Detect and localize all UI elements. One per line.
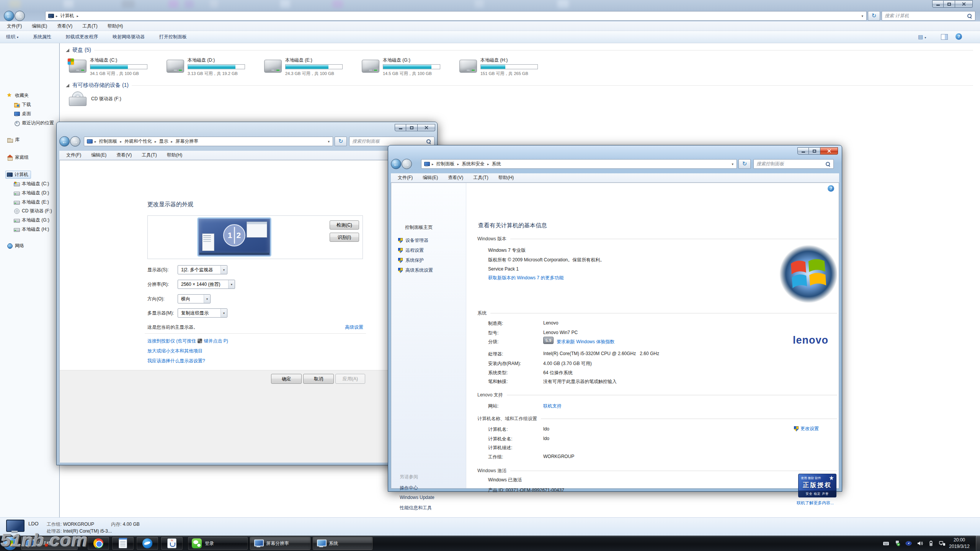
make-text-larger-link[interactable]: 放大或缩小文本和其他项目	[147, 348, 203, 354]
menu-help[interactable]: 帮助(H)	[498, 174, 514, 181]
search-box[interactable]: 搜索控制面板	[753, 159, 834, 169]
map-network-drive-button[interactable]: 映射网络驱动器	[113, 34, 145, 40]
minimize-button[interactable]	[797, 147, 809, 155]
keyboard-icon[interactable]	[883, 540, 889, 546]
preview-pane-button[interactable]	[941, 34, 948, 40]
menu-file[interactable]: 文件(F)	[398, 174, 413, 181]
forward-button[interactable]	[70, 136, 80, 147]
monitor-preview[interactable]: 12	[198, 218, 271, 256]
search-box[interactable]: 搜索 计算机	[882, 11, 975, 21]
close-button[interactable]	[418, 124, 435, 131]
performance-tools-link[interactable]: 性能信息和工具	[400, 505, 432, 511]
menu-file[interactable]: 文件(F)	[66, 152, 81, 158]
collapse-icon[interactable]	[66, 84, 69, 87]
menu-view[interactable]: 查看(V)	[448, 174, 463, 181]
battery-icon[interactable]	[928, 540, 934, 546]
organize-button[interactable]: 组织▾	[6, 34, 18, 40]
forward-button[interactable]	[15, 11, 25, 21]
control-panel-home-link[interactable]: 控制面板主页	[405, 224, 433, 231]
address-bar[interactable]: 计算机	[45, 11, 867, 21]
breadcrumb-system[interactable]: 系统	[491, 161, 502, 167]
group-header-removable[interactable]: 有可移动存储的设备 (1)	[66, 82, 973, 89]
menu-view[interactable]: 查看(V)	[116, 152, 132, 158]
sidebar-item-recent[interactable]: 最近访问的位置	[14, 119, 54, 127]
drive-tile-g[interactable]: 本地磁盘 (G:)14.5 GB 可用，共 100 GB	[362, 57, 457, 80]
breadcrumb-display[interactable]: 显示	[158, 138, 169, 145]
taskbar-button-wechat-login[interactable]: 登录	[188, 536, 248, 550]
sidebar-item-downloads[interactable]: 下载	[14, 101, 31, 109]
menu-edit[interactable]: 编辑(E)	[423, 174, 438, 181]
taskbar-button-resolution[interactable]: 屏幕分辨率	[250, 536, 311, 550]
learn-more-online-link[interactable]: 联机了解更多内容...	[797, 500, 834, 506]
address-bar[interactable]: 控制面板 系统和安全 系统	[421, 159, 737, 169]
menu-edit[interactable]: 编辑(E)	[91, 152, 106, 158]
taskbar-button-chrome[interactable]	[87, 536, 109, 550]
menu-file[interactable]: 文件(F)	[7, 23, 22, 29]
restore-button[interactable]	[944, 0, 955, 8]
advanced-settings-link[interactable]: 高级系统设置	[398, 267, 433, 274]
sidebar-item-homegroup[interactable]: 家庭组	[7, 153, 29, 161]
sidebar-item-disk-h[interactable]: 本地磁盘 (H:)	[14, 225, 49, 233]
menu-view[interactable]: 查看(V)	[57, 23, 72, 29]
drive-tile-d[interactable]: 本地磁盘 (D:)3.13 GB 可用，共 19.2 GB	[167, 57, 262, 80]
breadcrumb-computer[interactable]: 计算机	[60, 13, 75, 19]
cd-drive-tile[interactable]: CD 驱动器 (F:)	[69, 91, 121, 106]
close-button[interactable]	[820, 147, 838, 155]
get-more-features-link[interactable]: 获取新版本的 Windows 7 的更多功能	[488, 275, 564, 281]
drive-tile-e[interactable]: 本地磁盘 (E:)24.3 GB 可用，共 100 GB	[264, 57, 360, 80]
system-properties-button[interactable]: 系统属性	[33, 34, 51, 40]
volume-icon[interactable]	[917, 540, 923, 546]
remote-settings-link[interactable]: 远程设置	[398, 247, 424, 254]
system-protection-link[interactable]: 系统保护	[398, 257, 424, 264]
breadcrumb-control-panel[interactable]: 控制面板	[436, 161, 456, 167]
sidebar-item-computer[interactable]: 计算机	[5, 171, 31, 179]
apply-button[interactable]: 应用(A)	[335, 374, 365, 384]
minimize-button[interactable]	[932, 0, 944, 8]
refresh-wei-link[interactable]: 要求刷新 Windows 体验指数	[557, 339, 614, 345]
sidebar-item-disk-g[interactable]: 本地磁盘 (G:)	[14, 216, 49, 224]
taskbar-button-thunder[interactable]	[136, 536, 158, 550]
forward-button[interactable]	[402, 159, 412, 169]
genuine-windows-badge[interactable]: 使用 微软 软件 正版授权 安全 稳定 声誉	[798, 474, 836, 497]
back-button[interactable]	[59, 136, 70, 147]
menu-help[interactable]: 帮助(H)	[167, 152, 183, 158]
breadcrumb-resolution[interactable]: 屏幕分辨率	[175, 138, 199, 145]
maximize-button[interactable]	[809, 147, 820, 155]
taskbar-button-system[interactable]: 系统	[312, 536, 373, 550]
group-header-harddisks[interactable]: 硬盘 (5)	[66, 47, 973, 54]
multi-display-select[interactable]: 复制这些显示	[178, 308, 227, 318]
cancel-button[interactable]: 取消	[303, 374, 334, 384]
collapse-icon[interactable]	[66, 49, 69, 52]
connect-projector-link[interactable]: 连接到投影仪 (也可按住键并点击 P)	[147, 338, 228, 344]
sidebar-item-disk-e[interactable]: 本地磁盘 (E:)	[14, 198, 49, 206]
breadcrumb-system-security[interactable]: 系统和安全	[461, 161, 485, 167]
minimize-button[interactable]	[395, 124, 406, 131]
ok-button[interactable]: 确定	[271, 374, 302, 384]
refresh-button[interactable]	[335, 137, 347, 146]
change-settings-link[interactable]: 更改设置	[794, 425, 819, 432]
close-button[interactable]	[955, 0, 973, 8]
sidebar-item-network[interactable]: 网络	[7, 242, 24, 250]
menu-tools[interactable]: 工具(T)	[473, 174, 488, 181]
sidebar-item-favorites[interactable]: 收藏夹	[7, 91, 29, 99]
detect-button[interactable]: 检测(C)	[330, 220, 359, 230]
maximize-button[interactable]	[406, 124, 418, 131]
action-center-link[interactable]: 操作中心	[400, 485, 418, 491]
address-dropdown-icon[interactable]	[326, 140, 331, 143]
views-button[interactable]: ▤ ▾	[918, 34, 926, 40]
drive-tile-c[interactable]: 本地磁盘 (C:)34.1 GB 可用，共 100 GB	[69, 57, 165, 80]
windows-update-link[interactable]: Windows Update	[400, 495, 434, 500]
menu-edit[interactable]: 编辑(E)	[32, 23, 47, 29]
open-control-panel-button[interactable]: 打开控制面板	[159, 34, 187, 40]
orientation-select[interactable]: 横向	[178, 294, 211, 303]
sidebar-item-disk-d[interactable]: 本地磁盘 (D:)	[14, 189, 49, 197]
refresh-button[interactable]	[738, 159, 751, 169]
resolution-select[interactable]: 980 × 551 (推荐)	[178, 280, 235, 289]
display-select[interactable]: 1|2. 多个监视器	[178, 265, 227, 274]
uninstall-program-button[interactable]: 卸载或更改程序	[66, 34, 98, 40]
breadcrumb-appearance[interactable]: 外观和个性化	[124, 138, 153, 145]
identify-button[interactable]: 识别(I)	[330, 233, 359, 242]
sidebar-item-libraries[interactable]: 库	[7, 136, 20, 144]
menu-tools[interactable]: 工具(T)	[82, 23, 97, 29]
taskbar-button-notepad[interactable]	[112, 536, 134, 550]
